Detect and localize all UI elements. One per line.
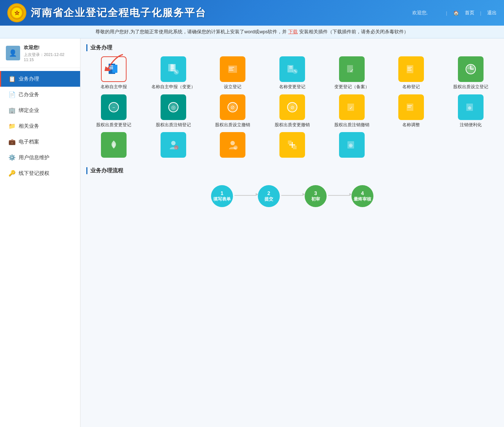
avatar: 👤 xyxy=(6,46,20,60)
flow-steps: 1 填写表单 2 提交 3 初审 4 xyxy=(86,179,498,213)
svg-rect-21 xyxy=(289,66,292,67)
service-name-change[interactable]: ✎ 名称变更登记 xyxy=(265,56,320,90)
user-welcome: 欢迎您! xyxy=(24,44,74,51)
sidebar-item-archive[interactable]: 💼 电子档案 xyxy=(0,134,80,150)
logout-link[interactable]: 退出 xyxy=(487,10,497,16)
username xyxy=(433,10,440,16)
service-cancel-easy[interactable]: ⊕ 注销便利化 xyxy=(443,94,498,128)
business-icon: 📋 xyxy=(8,75,16,82)
step-circle-3: 3 初审 xyxy=(305,185,327,207)
cancel-easy-label: 注销便利化 xyxy=(460,122,482,128)
equity-setup-label: 股权出质设立登记 xyxy=(453,84,488,90)
svg-text:－: － xyxy=(111,104,116,110)
userinfo-icon: ⚙️ xyxy=(8,154,16,161)
equity-cancel1-label: 股权出质注销登记 xyxy=(156,122,191,128)
done-icon: 📄 xyxy=(8,91,16,98)
step-circle-2: 2 提交 xyxy=(258,185,280,207)
download-link[interactable]: 下载 xyxy=(288,29,298,34)
sidebar-item-userinfo[interactable]: ⚙️ 用户信息维护 xyxy=(0,150,80,165)
svg-rect-18 xyxy=(229,68,233,69)
service-equity-change2[interactable]: ⊘ 股权出质变更撤销 xyxy=(265,94,320,128)
svg-rect-13 xyxy=(171,68,174,69)
home-icon: 🏠 xyxy=(453,10,459,16)
welcome-text: 欢迎您, xyxy=(412,10,428,16)
user-last-login: 上次登录：2021-12-02 11:15 xyxy=(24,52,74,62)
service-equity-change[interactable]: － 股权出质变更登记 xyxy=(86,94,142,128)
svg-rect-44 xyxy=(407,107,411,108)
svg-text:◎: ◎ xyxy=(234,146,237,150)
service-item15[interactable] xyxy=(86,132,142,160)
svg-text:⊕: ⊕ xyxy=(349,142,353,148)
offline-icon: 🔑 xyxy=(8,170,16,177)
flow-arrow-1 xyxy=(234,195,256,196)
svg-text:⊕: ⊕ xyxy=(468,105,471,111)
name-self-label: 名称自主申报 xyxy=(101,84,127,90)
sidebar-label-bind: 绑定企业 xyxy=(19,107,39,114)
sidebar-item-bind[interactable]: 🏢 绑定企业 xyxy=(0,102,80,118)
business-section-title: 业务办理 xyxy=(86,44,498,51)
service-equity-cancel2[interactable]: ✓ 股权出质注销撤销 xyxy=(324,94,379,128)
flow-step-3: 3 初审 xyxy=(305,185,327,207)
service-name-self-change[interactable]: ✎ 名称自主申报（变更） xyxy=(146,56,201,90)
content-area: 业务办理 xyxy=(80,38,504,427)
name-adjust-label: 名称调整 xyxy=(402,122,420,128)
svg-rect-11 xyxy=(171,65,174,66)
sidebar-label-userinfo: 用户信息维护 xyxy=(19,154,49,161)
related-icon: 📁 xyxy=(8,123,16,130)
service-item16[interactable]: - xyxy=(146,132,201,160)
svg-text:⊘: ⊘ xyxy=(230,104,235,110)
home-link[interactable]: 首页 xyxy=(465,10,474,16)
sidebar-item-related[interactable]: 📁 相关业务 xyxy=(0,118,80,134)
header-right: 欢迎您, | 🏠 首页 | 退出 xyxy=(412,10,497,16)
archive-icon: 💼 xyxy=(8,138,16,145)
svg-point-50 xyxy=(230,141,235,145)
service-equity-cancel1[interactable]: ◎ 股权出质注销登记 xyxy=(146,94,201,128)
service-equity-setup[interactable]: 股权出质设立登记 xyxy=(443,56,498,90)
equity-setup2-icon: ⊘ xyxy=(220,94,245,120)
sidebar: 👤 欢迎您! 上次登录：2021-12-02 11:15 📋 业务办理 📄 己办… xyxy=(0,38,80,427)
service-equity-setup2[interactable]: ⊘ 股权出质设立撤销 xyxy=(205,94,260,128)
flow-step-1: 1 填写表单 xyxy=(211,185,233,207)
sidebar-label-related: 相关业务 xyxy=(19,123,39,130)
svg-rect-27 xyxy=(407,65,413,73)
svg-rect-30 xyxy=(407,70,411,71)
notice-bar: 尊敬的用户您好,为了您能正常使用此系统，请确保您的计算机上安装了word或wps… xyxy=(0,26,504,38)
service-setup[interactable]: 设立登记 xyxy=(205,56,260,90)
flow-step-4: 4 最终审核 xyxy=(351,185,373,207)
main-layout: 👤 欢迎您! 上次登录：2021-12-02 11:15 📋 业务办理 📄 己办… xyxy=(0,38,504,427)
service-item19[interactable]: ⊕ xyxy=(324,132,379,160)
sidebar-nav: 📋 业务办理 📄 己办业务 🏢 绑定企业 📁 相关业务 💼 电子档案 ⚙️ xyxy=(0,68,80,184)
svg-rect-43 xyxy=(407,105,412,106)
service-name-reg[interactable]: 名称登记 xyxy=(384,56,439,90)
flow-arrow-3 xyxy=(328,195,350,196)
svg-text:✓: ✓ xyxy=(349,105,353,111)
service-change-record[interactable]: ✓ 变更登记（备案） xyxy=(324,56,379,90)
sidebar-item-done[interactable]: 📄 己办业务 xyxy=(0,87,80,102)
sidebar-label-offline: 线下登记授权 xyxy=(19,170,49,177)
name-self-change-icon: ✎ xyxy=(161,56,186,82)
name-reg-label: 名称登记 xyxy=(402,84,420,90)
logo-icon: ☆ xyxy=(7,3,26,22)
item17-icon: ◎ xyxy=(220,132,245,158)
service-name-adjust[interactable]: 名称调整 xyxy=(384,94,439,128)
equity-change2-label: 股权出质变更撤销 xyxy=(275,122,310,128)
svg-rect-12 xyxy=(171,67,174,67)
sidebar-item-offline[interactable]: 🔑 线下登记授权 xyxy=(0,165,80,181)
change-record-label: 变更登记（备案） xyxy=(334,84,369,90)
sidebar-item-business[interactable]: 📋 业务办理 xyxy=(0,71,80,87)
red-arrow-annotation xyxy=(101,53,130,72)
service-item17[interactable]: ◎ xyxy=(205,132,260,160)
svg-rect-29 xyxy=(407,68,411,69)
step-circle-4: 4 最终审核 xyxy=(351,185,373,207)
item16-icon: - xyxy=(161,132,186,158)
svg-text:⊘: ⊘ xyxy=(290,105,294,110)
flow-step-2: 2 提交 xyxy=(258,185,280,207)
svg-text:✎: ✎ xyxy=(293,69,297,74)
step-circle-1: 1 填写表单 xyxy=(211,185,233,207)
svg-rect-55 xyxy=(288,141,292,144)
svg-rect-22 xyxy=(289,68,292,68)
equity-setup2-label: 股权出质设立撤销 xyxy=(215,122,250,128)
service-grid: 名称自主申报 ✎ 名称自主申报（变更） xyxy=(86,56,498,160)
notice-text2: 安装相关插件（下载插件前，请务必关闭杀毒软件） xyxy=(299,29,409,34)
service-item18[interactable] xyxy=(265,132,320,160)
